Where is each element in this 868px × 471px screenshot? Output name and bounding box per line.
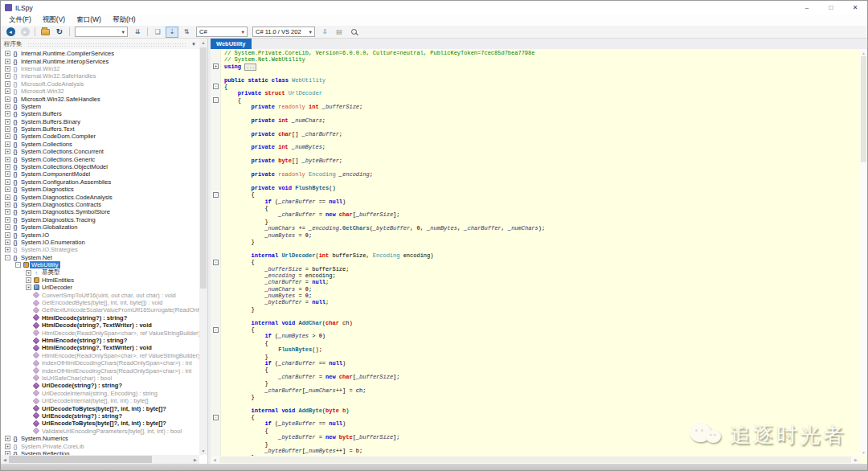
tree-item[interactable]: HtmlEncode(string?) : string? (1, 337, 207, 344)
expander-icon[interactable]: + (5, 164, 10, 170)
scroll-right-arrow[interactable]: ▶ (852, 457, 860, 462)
tree-item[interactable]: +{}System (1, 103, 207, 110)
expander-icon[interactable]: + (5, 51, 10, 56)
tree-item[interactable]: +{}Internal.Win32 (1, 65, 207, 72)
tree-item[interactable]: +{}System.Buffers.Text (1, 125, 207, 133)
tree-item[interactable]: +{}System.Diagnostics.Contracts (1, 201, 207, 208)
menu-item-2[interactable]: 窗口(W) (71, 14, 107, 26)
expander-icon[interactable]: + (26, 285, 31, 290)
tree-item[interactable]: +{}System.Diagnostics.SymbolStore (1, 208, 207, 215)
combo-dropdown-icon[interactable]: ▼ (309, 30, 313, 35)
scroll-thumb[interactable] (200, 47, 207, 289)
expander-icon[interactable]: + (5, 126, 10, 132)
panel-menu-chevron-icon[interactable]: ▼ (191, 42, 196, 47)
tree-item[interactable]: HtmlDecode(ReadOnlySpan<char>, ref Value… (1, 329, 207, 336)
tree-item[interactable]: UrlEncodeToBytes(byte[]?, int, int) : by… (1, 420, 207, 427)
fold-marker-icon[interactable]: - (213, 327, 219, 333)
tree-vertical-scrollbar[interactable]: ▲ ▼ (199, 39, 207, 455)
expander-icon[interactable]: + (5, 202, 10, 207)
scroll-right-arrow[interactable]: ▶ (191, 457, 199, 462)
tree-item[interactable]: +{}System.ComponentModel (1, 170, 207, 178)
expander-icon[interactable]: + (26, 277, 31, 283)
expander-icon[interactable]: + (5, 119, 10, 125)
minimize-button[interactable]: – (795, 1, 819, 14)
expander-icon[interactable]: + (5, 436, 10, 441)
expander-icon[interactable]: + (5, 141, 10, 147)
fold-marker-icon[interactable]: + (213, 63, 219, 69)
tree-item[interactable]: +{}System.Diagnostics (1, 186, 207, 193)
tree-item[interactable]: UrlDecodeToBytes(byte[]?, int, int) : by… (1, 404, 207, 412)
tree-item[interactable]: +{}System.Collections (1, 141, 207, 148)
scroll-up-arrow[interactable]: ▲ (199, 39, 207, 47)
expander-icon[interactable]: + (5, 96, 10, 102)
language-select[interactable]: C#▼ (196, 27, 248, 37)
tree-horizontal-scrollbar[interactable]: ◀ ▶ (1, 455, 199, 464)
tree-item[interactable]: -{}System.Net (1, 254, 207, 261)
tree-item[interactable]: +{}System.CodeDom.Compiler (1, 133, 207, 140)
forward-button[interactable] (18, 27, 31, 38)
tree-item[interactable]: +{}System.Buffers.Binary (1, 118, 207, 125)
fold-marker-icon[interactable]: - (213, 260, 219, 265)
scroll-down-arrow[interactable]: ▼ (862, 448, 866, 456)
tree-item[interactable]: GetNextUnicodeScalarValueFromUtf16Surrog… (1, 306, 207, 313)
tree-item[interactable]: +{}System.Numerics (1, 435, 207, 442)
tree-item[interactable]: IndexOfHtmlEncodingChars(ReadOnlySpan<ch… (1, 367, 207, 374)
expander-icon[interactable]: + (5, 217, 10, 223)
tree-item[interactable]: +UrlDecoder (1, 284, 207, 291)
refresh-button[interactable] (53, 27, 66, 38)
back-button[interactable] (4, 27, 17, 38)
fold-marker-icon[interactable]: - (213, 415, 219, 420)
close-button[interactable]: ✕ (843, 1, 867, 14)
sort-members-button[interactable] (318, 27, 331, 38)
fold-marker-icon[interactable]: - (213, 84, 219, 89)
expander-icon[interactable]: + (5, 59, 10, 64)
tree-item[interactable]: UrlDecode(string?) : string? (1, 382, 207, 389)
tree-item[interactable]: +{}System.Diagnostics.CodeAnalysis (1, 193, 207, 200)
open-file-button[interactable] (39, 27, 51, 38)
tree-item[interactable]: +{}Internal.Runtime.InteropServices (1, 57, 207, 64)
expander-icon[interactable]: + (5, 195, 10, 200)
tree-item[interactable]: +{}System.Collections.Concurrent (1, 148, 207, 155)
tree-item[interactable]: IsUrlSafeChar(char) : bool (1, 375, 207, 382)
expander-icon[interactable]: + (5, 179, 10, 185)
expander-icon[interactable]: + (5, 157, 10, 162)
expander-icon[interactable]: + (5, 240, 10, 245)
expander-icon[interactable]: + (5, 81, 10, 87)
tree-item[interactable]: -WebUtility (1, 261, 207, 268)
combo-dropdown-icon[interactable]: ▼ (121, 30, 125, 35)
expander-icon[interactable]: + (5, 232, 10, 238)
expander-icon[interactable]: + (5, 73, 10, 79)
search-button[interactable] (347, 27, 360, 38)
tree-item[interactable]: HtmlEncode(string?, TextWriter) : void (1, 344, 207, 351)
code-view[interactable]: // System.Private.CoreLib, Version=6.0.0… (211, 49, 867, 464)
tree-item[interactable]: +{}Microsoft.Win32 (1, 88, 207, 95)
tree-item[interactable]: +{}Internal.Win32.SafeHandles (1, 72, 207, 80)
expander-icon[interactable]: + (5, 186, 10, 192)
tree-item[interactable]: +{}System.Buffers (1, 110, 207, 117)
scroll-left-arrow[interactable]: ◀ (1, 457, 9, 462)
tree-item[interactable]: +{}System.Collections.Generic (1, 155, 207, 162)
scroll-down-arrow[interactable]: ▼ (199, 447, 207, 455)
tree-item[interactable]: +{}System.IO (1, 231, 207, 238)
scroll-thumb[interactable] (9, 456, 152, 463)
fold-marker-icon[interactable]: - (213, 192, 219, 198)
menu-item-3[interactable]: 帮助(H) (107, 14, 141, 26)
language-version-select[interactable]: C# 11.0 / VS 202▼ (252, 27, 315, 37)
tree-item[interactable]: +{}Internal.Runtime.CompilerServices (1, 50, 207, 57)
scroll-up-arrow[interactable]: ▲ (862, 49, 866, 56)
scroll-thumb[interactable] (861, 56, 866, 162)
expander-icon[interactable]: + (5, 133, 10, 139)
tree-item[interactable]: UrlDecodeInternal(byte[], int, int) : by… (1, 397, 207, 404)
expander-icon[interactable]: + (5, 111, 10, 117)
expander-icon[interactable]: + (5, 171, 10, 177)
expander-icon[interactable]: + (5, 104, 10, 109)
fold-marker-icon[interactable]: - (213, 97, 219, 103)
cascade-windows-button[interactable] (151, 27, 164, 38)
tree-item[interactable]: +{}System.Private.CoreLib (1, 442, 207, 449)
tree-item[interactable]: +{}Microsoft.Win32.SafeHandles (1, 95, 207, 102)
sort-assemblies-button[interactable] (131, 27, 144, 38)
expander-icon[interactable]: + (5, 209, 10, 215)
menu-item-1[interactable]: 视图(V) (37, 14, 71, 26)
expander-icon[interactable]: + (26, 270, 31, 276)
assemblies-tree[interactable]: +{}Internal.Runtime.CompilerServices+{}I… (1, 49, 207, 464)
